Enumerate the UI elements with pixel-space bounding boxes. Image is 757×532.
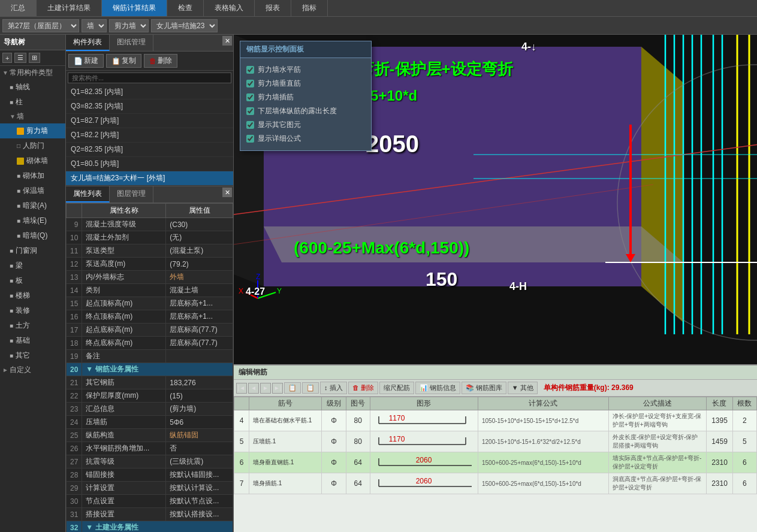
sidebar-list-btn[interactable]: ☰ xyxy=(14,53,26,63)
tab-property-list[interactable]: 属性列表 xyxy=(66,186,110,202)
prop-value[interactable] xyxy=(166,350,233,363)
checkbox-insert[interactable] xyxy=(246,93,254,101)
delete-rebar-btn[interactable]: 🗑 删除 xyxy=(348,382,378,394)
floor-select[interactable]: 第27层（屋面层） xyxy=(2,19,79,32)
rebar-info-btn[interactable]: 📊 钢筋信息 xyxy=(415,382,460,394)
sidebar-item-common[interactable]: ▼ 常用构件类型 xyxy=(0,66,65,80)
nav-prev[interactable]: ◄ xyxy=(248,383,259,394)
check-vertical-rebar[interactable]: 剪力墙垂直筋 xyxy=(246,77,365,90)
sidebar-item-wall[interactable]: ▼ 墙 xyxy=(0,110,65,123)
sidebar-add-btn[interactable]: + xyxy=(2,53,12,63)
list-item[interactable]: Q1=82.2 [内墙] xyxy=(66,128,233,143)
sidebar-item-insulation[interactable]: ■ 保温墙 xyxy=(0,183,65,198)
sidebar-grid-btn[interactable]: ⊞ xyxy=(29,53,40,63)
rebar-copy-btn1[interactable]: 📋 xyxy=(284,382,301,394)
search-input[interactable] xyxy=(68,72,231,83)
sidebar-item-earthwork[interactable]: ■ 土方 xyxy=(0,318,65,333)
list-item[interactable]: Q1=82.7 [内墙] xyxy=(66,114,233,128)
checkbox-formula[interactable] xyxy=(246,135,254,143)
prop-value[interactable]: 5Φ6 xyxy=(166,416,233,429)
prop-value[interactable]: 183,276 xyxy=(166,376,233,389)
prop-value[interactable]: (混凝土泵) xyxy=(166,244,233,258)
checkbox-vertical[interactable] xyxy=(246,80,254,87)
menu-index[interactable]: 指标 xyxy=(291,0,328,16)
copy-component-btn[interactable]: 📋 复制 xyxy=(106,54,141,68)
delete-component-btn[interactable]: 🗑 删除 xyxy=(144,54,177,68)
rebar-copy-btn2[interactable]: 📋 xyxy=(302,382,319,394)
parapet-select[interactable]: 女儿墙=结施23 xyxy=(151,19,218,32)
prop-value[interactable]: 按默认锚固接... xyxy=(166,468,233,482)
list-item[interactable]: Q1=80.5 [内墙] xyxy=(66,157,233,171)
insert-btn[interactable]: ↕ 插入 xyxy=(320,382,347,394)
prop-value[interactable]: (无) xyxy=(166,231,233,244)
sidebar-item-door-window[interactable]: ■ 门窗洞 xyxy=(0,243,65,258)
sidebar-item-axis[interactable]: ■ 轴线 xyxy=(0,80,65,95)
other-btn[interactable]: ▼ 其他 xyxy=(508,382,538,394)
scale-rebar-btn[interactable]: 缩尺配筋 xyxy=(379,382,414,394)
prop-value[interactable]: 纵筋锚固 xyxy=(166,429,233,442)
sidebar-item-dark-wall[interactable]: ■ 暗墙(Q) xyxy=(0,228,65,243)
prop-value[interactable]: 否 xyxy=(166,442,233,455)
menu-civil[interactable]: 土建计算结果 xyxy=(37,0,102,16)
menu-rebar[interactable]: 钢筋计算结果 xyxy=(102,0,167,16)
sidebar-item-foundation[interactable]: ■ 基础 xyxy=(0,333,65,348)
prop-value[interactable]: (剪力墙) xyxy=(166,403,233,416)
nav-last[interactable]: ►| xyxy=(272,383,283,394)
prop-value[interactable]: (三级抗震) xyxy=(166,455,233,468)
list-item-selected[interactable]: 女儿墙=结施23=大样一 [外墙] xyxy=(66,171,233,186)
sidebar-item-beam[interactable]: ■ 梁 xyxy=(0,258,65,273)
sidebar-item-dark-beam[interactable]: ■ 暗梁(A) xyxy=(0,198,65,213)
checkbox-exposed[interactable] xyxy=(246,107,254,115)
element-type-select[interactable]: 墙 xyxy=(82,19,107,32)
prop-value[interactable]: 层底标高(77.7) xyxy=(166,337,233,350)
check-exposed-length[interactable]: 下层墙体纵筋的露出长度 xyxy=(246,104,365,118)
rebar-lib-btn[interactable]: 📚 钢筋图库 xyxy=(462,382,506,394)
menu-check[interactable]: 检查 xyxy=(167,0,204,16)
check-horizontal-rebar[interactable]: 剪力墙水平筋 xyxy=(246,63,365,77)
prop-value[interactable]: 按默认搭接设... xyxy=(166,508,233,521)
tab-drawing-management[interactable]: 图纸管理 xyxy=(110,35,153,51)
component-panel-close[interactable]: ✕ xyxy=(222,36,232,46)
sidebar-item-shear-wall[interactable]: 剪力墙 xyxy=(0,123,65,138)
checkbox-horizontal[interactable] xyxy=(246,66,254,74)
prop-value[interactable]: (79.2) xyxy=(166,258,233,271)
menu-table-input[interactable]: 表格输入 xyxy=(204,0,255,16)
prop-value[interactable]: 层底标高+1... xyxy=(166,297,233,310)
nav-first[interactable]: |◄ xyxy=(236,383,247,394)
nav-next[interactable]: ► xyxy=(260,383,271,394)
checkbox-other[interactable] xyxy=(246,121,254,129)
sidebar-item-wall-pier[interactable]: ■ 墙垛(E) xyxy=(0,213,65,228)
tab-layer-management[interactable]: 图层管理 xyxy=(110,186,153,202)
prop-value[interactable]: (15) xyxy=(166,389,233,403)
prop-row-num: 30 xyxy=(67,495,82,508)
new-component-btn[interactable]: 📄 新建 xyxy=(68,54,104,68)
prop-value[interactable]: (C30) xyxy=(166,218,233,231)
menu-summary[interactable]: 汇总 xyxy=(0,0,37,16)
prop-value[interactable]: 外墙 xyxy=(166,271,233,284)
sidebar-item-stair[interactable]: ■ 楼梯 xyxy=(0,288,65,303)
sidebar-item-column[interactable]: ■ 柱 xyxy=(0,95,65,110)
prop-value[interactable]: 按默认计算设... xyxy=(166,482,233,495)
shear-wall-select[interactable]: 剪力墙 xyxy=(109,19,149,32)
sidebar-item-custom[interactable]: ► 自定义 xyxy=(0,363,65,377)
sidebar-item-slab[interactable]: ■ 板 xyxy=(0,273,65,288)
property-panel-close[interactable]: ✕ xyxy=(222,188,232,197)
sidebar-item-masonry[interactable]: 砌体墙 xyxy=(0,153,65,168)
tab-component-list[interactable]: 构件列表 xyxy=(66,35,110,51)
prop-value[interactable]: 层底标高+1... xyxy=(166,310,233,324)
list-item[interactable]: Q2=82.35 [内墙] xyxy=(66,143,233,157)
menu-report[interactable]: 报表 xyxy=(255,0,291,16)
check-show-formula[interactable]: 显示详细公式 xyxy=(246,132,365,146)
list-item[interactable]: Q1=82.35 [内墙] xyxy=(66,85,233,99)
3d-view[interactable]: Y Z X 高-保护层+弯折-保护层+设定弯折 ax(6*d,150)-15+1… xyxy=(234,35,757,364)
sidebar-item-other[interactable]: ■ 其它 xyxy=(0,348,65,363)
sidebar-item-masonry-add[interactable]: ■ 砌体加 xyxy=(0,168,65,183)
sidebar-item-civil-door[interactable]: □ 人防门 xyxy=(0,138,65,153)
prop-value[interactable]: 混凝土墙 xyxy=(166,284,233,297)
prop-value[interactable]: 按默认节点设... xyxy=(166,495,233,508)
check-insert-rebar[interactable]: 剪力墙插筋 xyxy=(246,90,365,104)
check-show-other[interactable]: 显示其它图元 xyxy=(246,118,365,132)
sidebar-item-decoration[interactable]: ■ 装修 xyxy=(0,303,65,318)
list-item[interactable]: Q3=82.35 [内墙] xyxy=(66,99,233,114)
prop-value[interactable]: 层底标高(77.7) xyxy=(166,324,233,337)
